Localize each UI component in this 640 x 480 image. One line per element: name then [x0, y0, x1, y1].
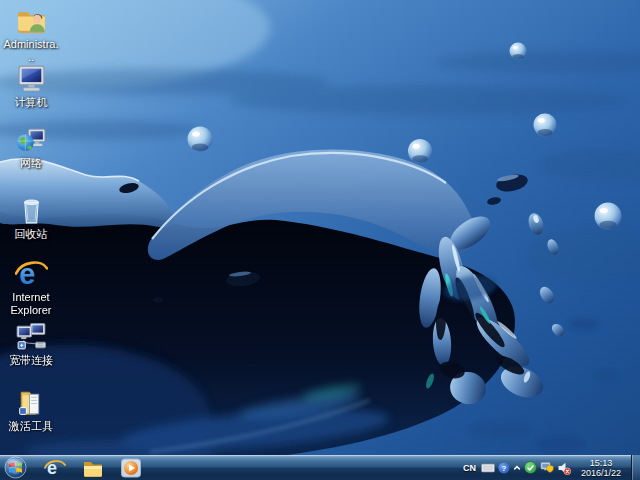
ime-help-icon[interactable]: ?	[498, 462, 510, 474]
desktop-icon-activation-tools[interactable]: 激活工具	[2, 386, 60, 433]
desktop-icon-label: 激活工具	[2, 420, 60, 433]
desktop-icon-administrator[interactable]: Administra...	[2, 4, 60, 64]
taskbar-explorer-button[interactable]	[79, 456, 107, 479]
activation-tools-icon	[15, 386, 48, 419]
computer-icon	[15, 62, 48, 95]
language-indicator[interactable]: CN	[461, 463, 478, 473]
media-player-taskbar-icon	[120, 457, 142, 479]
desktop-icon-recycle-bin[interactable]: 回收站	[2, 194, 60, 241]
broadband-icon	[15, 320, 48, 353]
internet-explorer-icon: e	[15, 257, 48, 290]
ie-taskbar-icon: e	[44, 457, 66, 479]
recycle-bin-icon	[15, 194, 48, 227]
clock-time: 15:13	[577, 458, 625, 468]
taskbar: e CN	[0, 455, 640, 480]
keyboard-icon[interactable]	[481, 463, 495, 473]
taskbar-media-player-button[interactable]	[117, 456, 145, 479]
desktop-icon-label: Administra...	[2, 38, 60, 64]
network-icon	[15, 123, 48, 156]
folder-taskbar-icon	[82, 457, 104, 479]
security-ok-icon[interactable]	[524, 461, 537, 474]
start-button[interactable]	[4, 456, 27, 479]
start-orb-icon	[4, 456, 27, 479]
desktop-icon-internet-explorer[interactable]: e Internet Explorer	[2, 257, 60, 317]
desktop-icon-label: 网络	[2, 157, 60, 170]
desktop-icon-label: 宽带连接	[2, 354, 60, 367]
network-warning-icon[interactable]	[540, 461, 554, 474]
volume-muted-icon[interactable]	[557, 461, 571, 475]
desktop-icon-broadband-connection[interactable]: 宽带连接	[2, 320, 60, 367]
svg-text:?: ?	[502, 463, 507, 472]
desktop-icon-label: Internet Explorer	[2, 291, 60, 317]
system-tray: CN ?	[461, 455, 640, 480]
user-folder-icon	[15, 4, 48, 37]
taskbar-internet-explorer-button[interactable]: e	[41, 456, 69, 479]
show-desktop-button[interactable]	[631, 455, 640, 480]
desktop-icon-label: 回收站	[2, 228, 60, 241]
desktop-icon-label: 计算机	[2, 96, 60, 109]
show-hidden-icons-arrow[interactable]	[513, 464, 521, 472]
wallpaper-water-splash	[0, 0, 640, 480]
desktop-icon-network[interactable]: 网络	[2, 123, 60, 170]
desktop-icon-computer[interactable]: 计算机	[2, 62, 60, 109]
tray-clock[interactable]: 15:13 2016/1/22	[577, 458, 625, 478]
clock-date: 2016/1/22	[577, 468, 625, 478]
desktop[interactable]: Administra... 计算机	[0, 0, 640, 480]
